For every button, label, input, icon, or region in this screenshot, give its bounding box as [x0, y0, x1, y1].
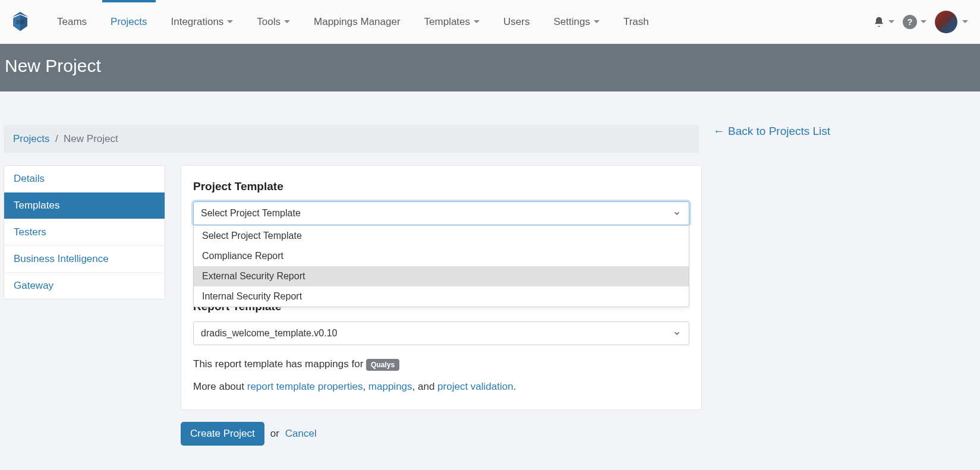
user-menu[interactable]: [935, 11, 968, 33]
sep: ,: [363, 381, 368, 392]
breadcrumb: Projects / New Project: [4, 125, 699, 153]
project-template-option[interactable]: Compliance Report: [194, 246, 689, 266]
form-footer: Create Project or Cancel: [4, 422, 702, 446]
caret-down-icon: [474, 20, 480, 23]
arrow-left-icon: ←: [713, 125, 724, 138]
page-header: New Project: [0, 44, 980, 92]
project-template-option[interactable]: Select Project Template: [194, 226, 689, 246]
create-project-button[interactable]: Create Project: [181, 422, 264, 446]
sidebar: DetailsTemplatesTestersBusiness Intellig…: [4, 165, 165, 299]
nav-item-integrations[interactable]: Integrations: [159, 0, 245, 43]
nav-item-label: Mappings Manager: [314, 16, 401, 28]
breadcrumb-current: New Project: [64, 133, 118, 144]
or-text: or: [270, 428, 279, 440]
avatar: [935, 11, 957, 33]
nav-right: ?: [873, 11, 973, 33]
report-template-select[interactable]: dradis_welcome_template.v0.10: [193, 321, 689, 345]
sidebar-item-details[interactable]: Details: [4, 166, 165, 193]
cancel-link[interactable]: Cancel: [285, 428, 317, 440]
help-icon: ?: [903, 15, 917, 29]
nav-item-label: Users: [503, 16, 530, 28]
nav-item-users[interactable]: Users: [491, 0, 541, 43]
caret-down-icon: [962, 20, 968, 23]
project-template-select-wrap: Select Project Template Select Project T…: [193, 201, 689, 225]
breadcrumb-sep: /: [52, 133, 64, 144]
nav-item-mappings-manager[interactable]: Mappings Manager: [302, 0, 412, 43]
project-template-option[interactable]: External Security Report: [194, 266, 689, 286]
nav-item-teams[interactable]: Teams: [45, 0, 99, 43]
project-template-selected-value: Select Project Template: [201, 208, 301, 218]
nav-item-label: Templates: [424, 16, 470, 28]
sidebar-item-templates[interactable]: Templates: [4, 193, 165, 219]
caret-down-icon: [594, 20, 600, 23]
notifications-menu[interactable]: [873, 15, 894, 29]
page-title: New Project: [5, 56, 975, 76]
caret-down-icon: [227, 20, 233, 23]
report-template-select-wrap: dradis_welcome_template.v0.10: [193, 321, 689, 345]
mapping-prefix: This report template has mappings for: [193, 358, 366, 370]
caret-down-icon: [921, 20, 927, 23]
nav-item-settings[interactable]: Settings: [541, 0, 611, 43]
breadcrumb-root-link[interactable]: Projects: [13, 133, 49, 144]
sep: , and: [412, 381, 438, 392]
nav-links: TeamsProjectsIntegrationsToolsMappings M…: [45, 0, 873, 43]
report-template-properties-link[interactable]: report template properties: [247, 381, 363, 392]
project-template-heading: Project Template: [193, 180, 689, 193]
sidebar-item-testers[interactable]: Testers: [4, 219, 165, 246]
caret-down-icon: [284, 20, 290, 23]
more-about-prefix: More about: [193, 381, 247, 392]
nav-item-projects[interactable]: Projects: [99, 0, 159, 43]
mapping-info: This report template has mappings for Qu…: [193, 358, 689, 370]
form-panel: Project Template Select Project Template…: [181, 165, 702, 410]
back-to-projects-link[interactable]: ← Back to Projects List: [713, 125, 830, 138]
back-link-label: Back to Projects List: [728, 125, 830, 138]
nav-item-tools[interactable]: Tools: [245, 0, 302, 43]
project-validation-link[interactable]: project validation: [437, 381, 513, 392]
caret-down-icon: [888, 20, 894, 23]
help-menu[interactable]: ?: [903, 15, 927, 29]
mappings-link[interactable]: mappings: [368, 381, 412, 392]
nav-item-label: Trash: [623, 16, 649, 28]
more-about-row: More about report template properties, m…: [193, 381, 689, 393]
nav-item-templates[interactable]: Templates: [412, 0, 491, 43]
sidebar-item-business-intelligence[interactable]: Business Intelligence: [4, 246, 165, 273]
period: .: [513, 381, 516, 392]
mapping-badge: Qualys: [366, 359, 399, 371]
nav-item-label: Projects: [111, 16, 147, 28]
bell-icon: [873, 15, 885, 29]
report-template-selected-value: dradis_welcome_template.v0.10: [201, 328, 337, 338]
app-logo[interactable]: [8, 9, 32, 35]
project-template-dropdown: Select Project TemplateCompliance Report…: [193, 226, 689, 307]
nav-item-label: Integrations: [171, 16, 224, 28]
nav-item-label: Teams: [57, 16, 87, 28]
nav-item-label: Settings: [553, 16, 590, 28]
nav-item-trash[interactable]: Trash: [612, 0, 661, 43]
sidebar-item-gateway[interactable]: Gateway: [4, 273, 165, 299]
top-navigation: TeamsProjectsIntegrationsToolsMappings M…: [0, 0, 980, 44]
project-template-select[interactable]: Select Project Template: [193, 201, 689, 225]
project-template-option[interactable]: Internal Security Report: [194, 286, 689, 307]
nav-item-label: Tools: [257, 16, 281, 28]
